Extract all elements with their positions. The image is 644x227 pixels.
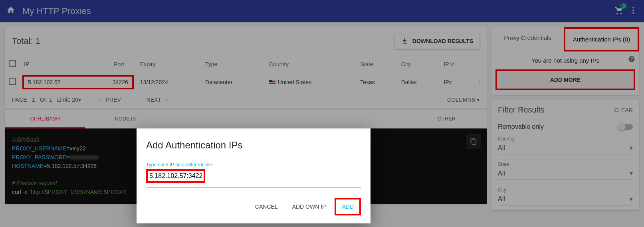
tab-proxy-credentials[interactable]: Proxy Credentials: [491, 27, 564, 51]
kebab-menu-icon[interactable]: [629, 6, 638, 16]
tab-php[interactable]: [326, 110, 406, 128]
cell-city: Dallas: [397, 73, 440, 91]
modal-title: Add Authentication IPs: [146, 140, 361, 151]
cell-country: United States: [265, 73, 356, 91]
svg-point-0: [632, 7, 634, 9]
city-label: City: [498, 187, 633, 193]
col-expiry[interactable]: Expiry: [136, 55, 201, 73]
cart-icon[interactable]: 0: [614, 6, 624, 17]
columns-dropdown[interactable]: COLUMNS ▾: [447, 97, 480, 103]
add-more-button[interactable]: ADD MORE: [497, 71, 634, 89]
tab-python[interactable]: [165, 110, 246, 128]
top-bar: My HTTP Proxies 0: [0, 0, 644, 22]
no-ips-message: You are not using any IPs: [491, 51, 639, 69]
flag-us-icon: [269, 80, 275, 84]
col-city[interactable]: City: [397, 55, 440, 73]
col-ip[interactable]: IP: [20, 55, 59, 73]
tab-authentication-ips[interactable]: Authentication IPs (0): [564, 27, 639, 51]
limit-dropdown[interactable]: Limit: 20▾: [57, 97, 81, 103]
removable-only-toggle[interactable]: [618, 124, 633, 130]
cancel-button[interactable]: CANCEL: [250, 199, 283, 214]
cart-badge: 0: [620, 3, 627, 9]
pager: PAGE 1 OF 1 Limit: 20▾ ← PREV NEXT → COL…: [5, 91, 487, 109]
tab-node[interactable]: NODEJS: [85, 110, 165, 128]
svg-point-1: [632, 10, 634, 11]
cell-port: 34226: [113, 79, 128, 85]
tab-go[interactable]: [246, 110, 326, 128]
state-label: State: [498, 162, 633, 167]
tab-other[interactable]: OTHER: [406, 110, 487, 128]
col-type[interactable]: Type: [201, 55, 265, 73]
next-button[interactable]: NEXT →: [147, 97, 168, 103]
cell-type: Datacenter: [201, 73, 265, 91]
table-row[interactable]: 5.182.102.57 34226 13/12/2024 Datacenter…: [5, 73, 487, 91]
col-state[interactable]: State: [356, 55, 397, 73]
cell-ipv: IPv: [440, 73, 473, 91]
add-auth-ips-modal: Add Authentication IPs Type each IP on a…: [137, 128, 371, 223]
country-label: Country: [498, 136, 633, 142]
city-select[interactable]: All▾: [498, 193, 633, 205]
col-country[interactable]: Country: [265, 55, 356, 73]
tab-curl[interactable]: CURL/BASH: [5, 110, 85, 128]
add-own-ip-button[interactable]: ADD OWN IP: [287, 199, 332, 214]
state-select[interactable]: All▾: [498, 167, 633, 180]
filter-title: Filter Results: [498, 105, 545, 114]
proxy-table: IP Port Expiry Type Country State City I…: [5, 55, 487, 91]
svg-point-2: [632, 12, 634, 14]
home-icon[interactable]: [6, 6, 15, 17]
total-label: Total: 1: [12, 36, 40, 46]
total-bar: Total: 1 DOWNLOAD RESULTS: [5, 27, 487, 55]
help-icon[interactable]: [628, 55, 635, 64]
page-title: My HTTP Proxies: [22, 6, 91, 16]
clear-filters-button[interactable]: CLEAR: [614, 107, 633, 113]
select-all-checkbox[interactable]: [9, 60, 16, 67]
code-tabs: CURL/BASH NODEJS OTHER: [5, 110, 487, 128]
ip-input[interactable]: [148, 171, 204, 181]
copy-icon[interactable]: [466, 134, 481, 149]
row-menu-icon[interactable]: ⋮: [473, 73, 487, 91]
download-results-button[interactable]: DOWNLOAD RESULTS: [395, 34, 480, 49]
col-port[interactable]: Port: [59, 55, 136, 73]
cell-ip: 5.182.102.57: [28, 79, 61, 85]
col-ipv[interactable]: IP V: [440, 55, 473, 73]
row-checkbox[interactable]: [9, 78, 16, 85]
cell-state: Texas: [356, 73, 397, 91]
add-button[interactable]: ADD: [336, 199, 359, 214]
cell-expiry: 13/12/2024: [136, 73, 201, 91]
modal-hint: Type each IP on a different line: [146, 162, 361, 168]
removable-only-label: Removable only: [498, 123, 544, 130]
prev-button[interactable]: ← PREV: [99, 97, 121, 103]
country-select[interactable]: All▾: [498, 142, 633, 154]
